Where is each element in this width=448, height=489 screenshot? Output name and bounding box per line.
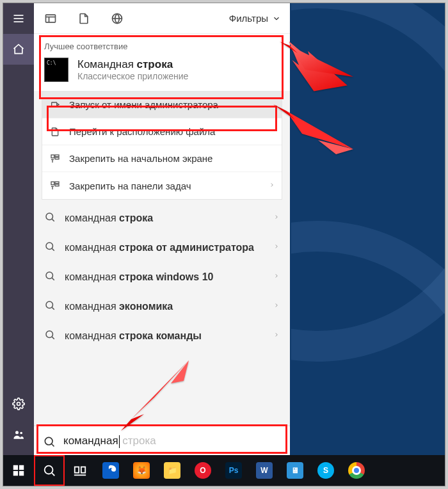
chevron-right-icon [273, 301, 280, 312]
svg-point-18 [46, 213, 53, 220]
suggestion-item[interactable]: командная строка команды [34, 321, 290, 351]
taskbar-search-button[interactable] [34, 455, 65, 486]
taskbar-app-photoshop[interactable]: Ps [218, 455, 249, 486]
svg-rect-17 [55, 184, 59, 186]
start-button[interactable] [3, 455, 34, 486]
context-menu-item[interactable]: Перейти к расположению файла [42, 118, 282, 145]
best-match-item[interactable]: Командная строка Классическое приложение [44, 58, 280, 82]
search-text: командная строка [63, 435, 156, 448]
suggestion-item[interactable]: командная экономика [34, 292, 290, 321]
suggestion-item[interactable]: командная строка windows 10 [34, 262, 290, 292]
svg-line-25 [52, 307, 54, 309]
svg-point-24 [46, 301, 53, 309]
svg-point-3 [17, 403, 20, 406]
search-icon [43, 435, 56, 448]
svg-point-4 [15, 431, 19, 434]
taskbar-app-word[interactable]: W [249, 455, 280, 486]
svg-line-23 [52, 278, 54, 280]
chevron-right-icon [269, 180, 275, 191]
news-icon[interactable] [34, 3, 67, 34]
svg-point-20 [46, 243, 53, 250]
svg-line-35 [52, 473, 54, 476]
chevron-down-icon [272, 14, 281, 23]
search-icon [44, 211, 56, 225]
svg-line-27 [52, 337, 54, 339]
context-menu-item[interactable]: Закрепить на панели задач [42, 172, 282, 199]
settings-button[interactable] [3, 389, 34, 419]
pin-start-icon [49, 154, 61, 164]
suggestion-item[interactable]: командная строка [34, 204, 290, 233]
context-menu-label: Закрепить на панели задач [69, 180, 191, 191]
context-menu: Запуск от имени администратораПерейти к … [42, 91, 282, 200]
svg-rect-31 [19, 465, 24, 470]
svg-point-26 [46, 331, 53, 338]
people-button[interactable] [3, 419, 34, 450]
taskbar-app-explorer[interactable]: 📁 [157, 455, 188, 486]
svg-rect-11 [52, 102, 57, 107]
suggestion-text: командная строка от администратора [65, 242, 254, 253]
folder-icon [49, 127, 61, 137]
taskbar-app-edge[interactable] [95, 455, 126, 486]
admin-icon [49, 100, 61, 110]
chevron-right-icon [273, 330, 280, 342]
filters-button[interactable]: Фильтры [229, 13, 290, 24]
chevron-right-icon [273, 212, 280, 224]
search-icon [44, 300, 56, 314]
svg-rect-30 [13, 465, 18, 470]
svg-point-34 [45, 466, 53, 474]
best-match-section: Лучшее соответствие Командная строка Кла… [34, 34, 290, 91]
svg-rect-16 [55, 182, 59, 184]
svg-rect-14 [55, 157, 59, 159]
taskbar: 🦊 📁 O Ps W 🖥 S [3, 455, 445, 486]
best-match-title: Командная строка [77, 58, 188, 71]
web-icon[interactable] [100, 3, 134, 34]
svg-rect-15 [51, 182, 54, 185]
svg-line-29 [52, 444, 54, 446]
search-icon [44, 241, 56, 255]
suggestion-text: командная экономика [65, 301, 173, 312]
suggestion-text: командная строка команды [65, 330, 202, 342]
chevron-right-icon [273, 271, 280, 283]
svg-rect-37 [81, 467, 85, 473]
svg-rect-36 [75, 467, 79, 473]
home-button[interactable] [3, 34, 34, 65]
document-icon[interactable] [67, 3, 100, 34]
search-icon [44, 270, 56, 284]
svg-point-22 [46, 272, 53, 279]
desktop-wallpaper [291, 3, 445, 456]
search-panel: Фильтры Лучшее соответствие Командная ст… [34, 3, 290, 456]
svg-line-21 [52, 248, 54, 250]
suggestion-text: командная строка windows 10 [65, 271, 213, 283]
hamburger-button[interactable] [3, 3, 34, 34]
suggestion-text: командная строка [65, 212, 153, 224]
suggestions-list: командная строкакомандная строка от адми… [34, 200, 290, 355]
svg-rect-13 [55, 155, 59, 157]
cmd-icon [44, 58, 68, 82]
svg-point-28 [45, 437, 52, 445]
suggestion-item[interactable]: командная строка от администратора [34, 233, 290, 262]
taskbar-app-skype[interactable]: S [310, 455, 341, 486]
search-input[interactable]: командная строка [34, 426, 290, 456]
taskbar-app-opera[interactable]: O [188, 455, 218, 486]
svg-rect-32 [13, 471, 18, 476]
pin-task-icon [49, 180, 61, 191]
context-menu-item[interactable]: Закрепить на начальном экране [42, 145, 282, 172]
panel-toolbar: Фильтры [34, 3, 290, 34]
context-menu-item[interactable]: Запуск от имени администратора [42, 92, 282, 118]
best-match-subtitle: Классическое приложение [77, 71, 188, 81]
search-icon [44, 329, 56, 343]
task-view-button[interactable] [65, 455, 95, 486]
taskbar-app-chrome[interactable] [341, 455, 372, 486]
chevron-right-icon [273, 242, 280, 253]
svg-rect-12 [51, 155, 54, 158]
context-menu-label: Перейти к расположению файла [69, 126, 215, 137]
filters-label: Фильтры [229, 13, 268, 24]
taskbar-app-firefox[interactable]: 🦊 [126, 455, 157, 486]
start-sidebar [3, 3, 34, 456]
context-menu-label: Закрепить на начальном экране [69, 153, 212, 164]
svg-point-5 [20, 432, 22, 435]
taskbar-app-monitor[interactable]: 🖥 [280, 455, 310, 486]
context-menu-label: Запуск от имени администратора [69, 99, 218, 110]
svg-rect-6 [46, 15, 56, 22]
best-match-label: Лучшее соответствие [44, 42, 280, 51]
